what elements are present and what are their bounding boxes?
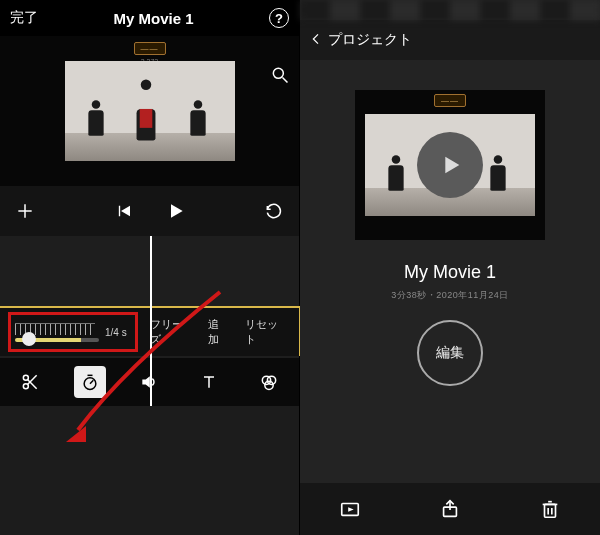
reset-button[interactable]: リセット <box>241 315 291 349</box>
transport-bar <box>0 186 299 236</box>
edit-button[interactable]: 編集 <box>417 320 483 386</box>
editor-pane: 完了 My Movie 1 ? —— 3 372 <box>0 0 300 535</box>
speed-icon[interactable] <box>74 366 106 398</box>
svg-marker-7 <box>66 426 86 442</box>
done-button[interactable]: 完了 <box>10 9 38 27</box>
projects-header: プロジェクト <box>300 20 600 60</box>
project-detail: —— My Movie 1 3分38秒・2020年11月24日 編集 <box>300 60 600 386</box>
add-button[interactable]: 追加 <box>204 315 233 349</box>
timeline[interactable]: 1/4 s フリーズ 追加 リセット <box>0 236 299 406</box>
svg-marker-6 <box>171 204 183 217</box>
project-thumbnail[interactable]: —— <box>355 90 545 240</box>
play-icon[interactable] <box>165 200 187 222</box>
speed-slider[interactable] <box>15 338 99 342</box>
project-name: My Movie 1 <box>404 262 496 283</box>
project-title: My Movie 1 <box>113 10 193 27</box>
speed-value: 1/4 s <box>105 327 131 338</box>
help-icon[interactable]: ? <box>269 8 289 28</box>
scissors-icon[interactable] <box>14 366 46 398</box>
projects-pane: プロジェクト —— My Movie 1 3分38秒・2020年11月24日 編… <box>300 0 600 535</box>
skip-start-icon[interactable] <box>113 200 135 222</box>
filter-icon[interactable] <box>253 366 285 398</box>
add-media-icon[interactable] <box>14 200 36 222</box>
svg-point-12 <box>84 378 96 390</box>
preview-area: —— 3 372 <box>0 36 299 186</box>
svg-marker-21 <box>445 157 459 173</box>
project-metadata: 3分38秒・2020年11月24日 <box>391 289 509 302</box>
speed-slider-knob[interactable] <box>22 332 36 346</box>
play-box-icon[interactable] <box>335 494 365 524</box>
svg-rect-26 <box>545 504 556 517</box>
svg-marker-23 <box>348 507 354 512</box>
video-preview[interactable] <box>65 61 235 161</box>
svg-line-1 <box>283 78 288 83</box>
back-chevron-icon[interactable] <box>308 29 324 52</box>
status-bar-blur <box>300 0 600 20</box>
text-icon[interactable] <box>193 366 225 398</box>
projects-bottom-bar <box>300 483 600 535</box>
zoom-icon[interactable] <box>269 64 291 86</box>
editor-header: 完了 My Movie 1 ? <box>0 0 299 36</box>
preview-overlay-tag: —— <box>134 42 166 55</box>
play-overlay-icon[interactable] <box>417 132 483 198</box>
svg-point-0 <box>273 68 283 78</box>
svg-point-19 <box>267 376 275 384</box>
thumb-overlay-tag: —— <box>434 94 466 107</box>
svg-point-20 <box>265 381 273 389</box>
undo-icon[interactable] <box>263 200 285 222</box>
share-icon[interactable] <box>435 494 465 524</box>
speed-slider-box: 1/4 s <box>8 312 138 352</box>
svg-marker-5 <box>121 206 130 217</box>
freeze-button[interactable]: フリーズ <box>146 315 196 349</box>
svg-line-13 <box>90 380 93 383</box>
trash-icon[interactable] <box>535 494 565 524</box>
back-label[interactable]: プロジェクト <box>328 31 412 49</box>
playhead[interactable] <box>150 236 152 406</box>
